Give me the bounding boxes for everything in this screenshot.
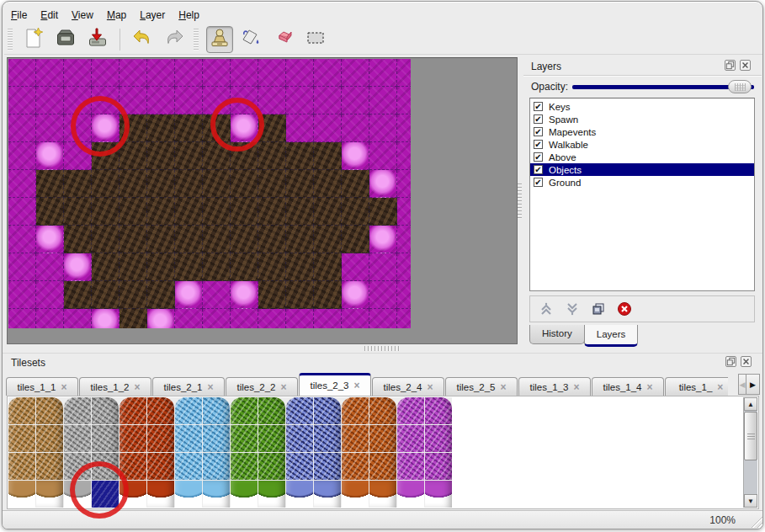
- map-tile[interactable]: [147, 170, 175, 198]
- map-tile[interactable]: [8, 170, 36, 198]
- map-tile[interactable]: [36, 59, 64, 87]
- open-button[interactable]: [52, 26, 79, 53]
- tileset-tab-tiles_1_2[interactable]: tiles_1_2×: [79, 377, 151, 396]
- map-grid[interactable]: [8, 59, 411, 328]
- map-tile[interactable]: [286, 309, 314, 328]
- tileset-tab-tiles_2_2[interactable]: tiles_2_2×: [226, 377, 298, 396]
- map-tile[interactable]: [314, 253, 342, 281]
- map-tile[interactable]: [231, 170, 258, 198]
- map-tile[interactable]: [92, 198, 120, 226]
- map-tile[interactable]: [203, 253, 231, 281]
- map-tile[interactable]: [175, 309, 203, 328]
- tileset-tile[interactable]: [36, 481, 63, 508]
- map-tile[interactable]: [175, 198, 203, 226]
- map-tile[interactable]: [8, 226, 36, 253]
- eraser-tool-button[interactable]: [270, 26, 297, 53]
- tileset-tile[interactable]: [147, 425, 174, 452]
- map-tile[interactable]: [397, 198, 411, 226]
- tileset-tile[interactable]: [231, 481, 258, 508]
- visibility-checkbox[interactable]: ✔: [534, 140, 543, 149]
- tileset-tile[interactable]: [175, 397, 202, 424]
- duplicate-layer-button[interactable]: [589, 300, 608, 318]
- map-tile[interactable]: [8, 281, 36, 309]
- map-tile[interactable]: [120, 309, 147, 328]
- map-tile[interactable]: [147, 281, 175, 309]
- layer-row-mapevents[interactable]: ✔Mapevents: [530, 125, 754, 138]
- map-tile[interactable]: [258, 59, 286, 87]
- map-tile[interactable]: [258, 87, 286, 114]
- tileset-tile[interactable]: [36, 397, 63, 424]
- map-tile[interactable]: [258, 253, 286, 281]
- tileset-tab-tiles_2_1[interactable]: tiles_2_1×: [152, 377, 225, 396]
- splitter-grip[interactable]: [364, 346, 401, 351]
- map-tile[interactable]: [231, 59, 258, 87]
- tileset-tile[interactable]: [286, 397, 313, 424]
- layer-row-objects[interactable]: ✔Objects: [530, 163, 754, 176]
- tileset-tile[interactable]: [425, 425, 452, 452]
- tileset-tile[interactable]: [397, 481, 424, 508]
- map-tile[interactable]: [92, 59, 120, 87]
- tileset-tile[interactable]: [203, 425, 230, 452]
- tileset-tile[interactable]: [92, 425, 119, 452]
- map-tile[interactable]: [175, 59, 203, 87]
- map-tile[interactable]: [36, 198, 64, 226]
- map-tile[interactable]: [314, 170, 342, 198]
- map-tile[interactable]: [286, 59, 314, 87]
- map-tile[interactable]: [92, 253, 120, 281]
- map-tile[interactable]: [64, 309, 92, 328]
- map-tile[interactable]: [92, 281, 120, 309]
- layer-row-walkable[interactable]: ✔Walkable: [530, 138, 754, 151]
- tileset-tab-tiles_1_3[interactable]: tiles_1_3×: [518, 377, 591, 396]
- visibility-checkbox[interactable]: ✔: [534, 127, 543, 136]
- tileset-tile[interactable]: [120, 397, 146, 424]
- map-tile[interactable]: [342, 226, 369, 253]
- delete-layer-button[interactable]: [615, 300, 634, 318]
- map-tile[interactable]: [147, 114, 175, 142]
- map-tile[interactable]: [397, 142, 411, 170]
- map-tile[interactable]: [397, 114, 411, 142]
- tileset-tile[interactable]: [231, 453, 258, 480]
- map-tile[interactable]: [231, 253, 258, 281]
- map-tile[interactable]: [342, 87, 369, 114]
- map-tile[interactable]: [175, 281, 203, 309]
- close-tab-icon[interactable]: ×: [717, 381, 723, 393]
- map-tile[interactable]: [175, 253, 203, 281]
- map-tile[interactable]: [175, 170, 203, 198]
- map-tile[interactable]: [314, 114, 342, 142]
- tileset-tile[interactable]: [314, 397, 341, 424]
- map-tile[interactable]: [369, 59, 397, 87]
- map-tile[interactable]: [314, 281, 342, 309]
- tileset-tile[interactable]: [369, 425, 396, 452]
- toolbar-handle[interactable]: [8, 29, 13, 51]
- map-tile[interactable]: [147, 226, 175, 253]
- map-tile[interactable]: [231, 226, 258, 253]
- tileset-tile[interactable]: [8, 425, 35, 452]
- map-tile[interactable]: [369, 170, 397, 198]
- tileset-tile[interactable]: [147, 397, 174, 424]
- map-tile[interactable]: [147, 198, 175, 226]
- tileset-tile[interactable]: [286, 481, 313, 508]
- tileset-tile[interactable]: [8, 453, 35, 480]
- map-tile[interactable]: [147, 87, 175, 114]
- visibility-checkbox[interactable]: ✔: [534, 114, 543, 124]
- menu-help[interactable]: Help: [177, 7, 208, 24]
- opacity-slider-handle[interactable]: [728, 80, 752, 93]
- map-tile[interactable]: [258, 142, 286, 170]
- float-panel-button[interactable]: [725, 60, 736, 71]
- map-tile[interactable]: [231, 281, 258, 309]
- map-tile[interactable]: [397, 253, 411, 281]
- layer-row-ground[interactable]: ✔Ground: [530, 176, 754, 189]
- close-tab-icon[interactable]: ×: [61, 381, 67, 393]
- tileset-tile[interactable]: [203, 453, 230, 480]
- map-tile[interactable]: [369, 87, 397, 114]
- tileset-tab-tiles_2_3[interactable]: tiles_2_3×: [299, 373, 371, 396]
- map-tile[interactable]: [369, 198, 397, 226]
- map-tile[interactable]: [369, 142, 397, 170]
- map-tile[interactable]: [120, 198, 147, 226]
- resize-grip[interactable]: [749, 514, 762, 528]
- map-tile[interactable]: [8, 114, 36, 142]
- map-tile[interactable]: [8, 309, 36, 328]
- map-tile[interactable]: [342, 114, 369, 142]
- redo-button[interactable]: [161, 26, 188, 53]
- map-tile[interactable]: [369, 281, 397, 309]
